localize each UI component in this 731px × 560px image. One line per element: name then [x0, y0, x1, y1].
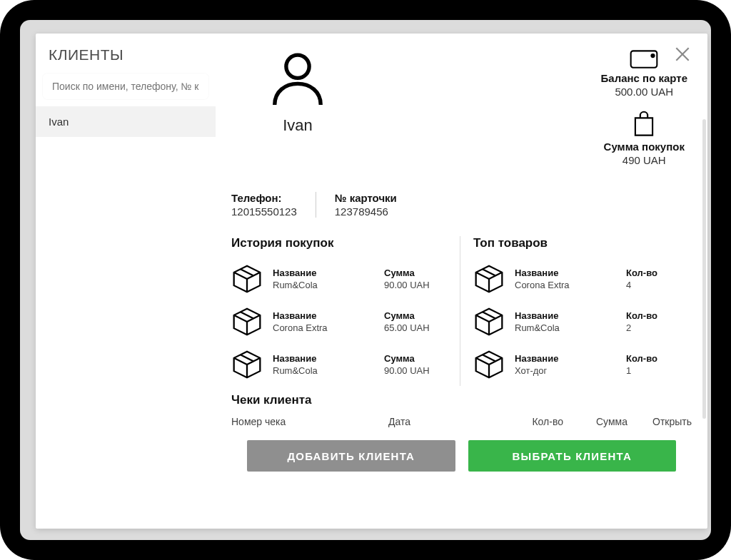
- history-name-label: Название: [273, 268, 374, 278]
- col-qty: Кол-во: [506, 416, 563, 427]
- add-client-button[interactable]: ДОБАВИТЬ КЛИЕНТА: [247, 440, 455, 472]
- history-row: Название Rum&Cola Сумма 90.00 UAH: [231, 343, 450, 386]
- card-number-value: 123789456: [335, 205, 397, 218]
- balance-label: Баланс по карте: [601, 72, 687, 84]
- client-info-row: Телефон: 12015550123 № карточки 12378945…: [231, 192, 692, 218]
- history-row: Название Corona Extra Сумма 65.00 UAH: [231, 300, 450, 343]
- scrollbar[interactable]: [702, 119, 706, 419]
- package-icon: [231, 349, 263, 380]
- details-panel: Ivan Баланс по карте: [216, 34, 707, 529]
- package-icon: [473, 306, 505, 337]
- total-value: 490 UAH: [601, 154, 687, 166]
- phone-label: Телефон:: [231, 192, 297, 204]
- top-row: Название Хот-дог Кол-во 1: [473, 343, 692, 386]
- search-input[interactable]: [43, 73, 208, 99]
- balance-value: 500.00 UAH: [601, 86, 687, 98]
- top-products-panel: Топ товаров Название Corona Extra: [460, 236, 692, 386]
- package-icon: [231, 306, 263, 337]
- svg-point-2: [286, 55, 309, 78]
- history-row: Название Rum&Cola Сумма 90.00 UAH: [231, 258, 450, 300]
- col-date: Дата: [388, 416, 506, 427]
- package-icon: [473, 263, 505, 295]
- history-amount-label: Сумма: [384, 268, 450, 278]
- sidebar-title: КЛИЕНТЫ: [49, 46, 203, 63]
- client-list-item[interactable]: Ivan: [36, 106, 216, 137]
- history-name: Rum&Cola: [273, 280, 374, 290]
- receipts-panel: Чеки клиента Номер чека Дата Кол-во Сумм…: [231, 393, 692, 430]
- receipts-title: Чеки клиента: [231, 393, 692, 407]
- purchase-history-panel: История покупок Название Rum&Cola: [231, 236, 450, 386]
- tablet-frame: КЛИЕНТЫ Ivan: [0, 0, 731, 560]
- close-icon[interactable]: [673, 45, 692, 63]
- select-client-button[interactable]: ВЫБРАТЬ КЛИЕНТА: [468, 440, 677, 472]
- client-name: Ivan: [267, 116, 328, 135]
- package-icon: [473, 349, 505, 380]
- footer-actions: ДОБАВИТЬ КЛИЕНТА ВЫБРАТЬ КЛИЕНТА: [231, 430, 692, 473]
- total-label: Сумма покупок: [601, 141, 687, 153]
- phone-value: 12015550123: [231, 205, 297, 218]
- history-title: История покупок: [231, 236, 450, 250]
- top-title: Топ товаров: [473, 236, 692, 250]
- client-list: Ivan: [36, 106, 216, 529]
- user-icon: [267, 49, 328, 111]
- card-number-label: № карточки: [335, 192, 397, 204]
- clients-modal: КЛИЕНТЫ Ivan: [36, 34, 707, 529]
- receipts-header: Номер чека Дата Кол-во Сумма Открыть: [231, 413, 692, 430]
- col-open: Открыть: [627, 416, 692, 427]
- top-row: Название Corona Extra Кол-во 4: [473, 258, 692, 300]
- col-number: Номер чека: [231, 416, 388, 427]
- sidebar: КЛИЕНТЫ Ivan: [36, 34, 216, 529]
- svg-point-4: [652, 54, 655, 57]
- screen: КЛИЕНТЫ Ivan: [20, 20, 711, 540]
- top-row: Название Rum&Cola Кол-во 2: [473, 300, 692, 343]
- package-icon: [231, 263, 263, 295]
- history-amount: 90.00 UAH: [384, 280, 450, 290]
- svg-rect-3: [631, 51, 657, 67]
- bag-icon: [601, 111, 687, 138]
- col-sum: Сумма: [563, 416, 627, 427]
